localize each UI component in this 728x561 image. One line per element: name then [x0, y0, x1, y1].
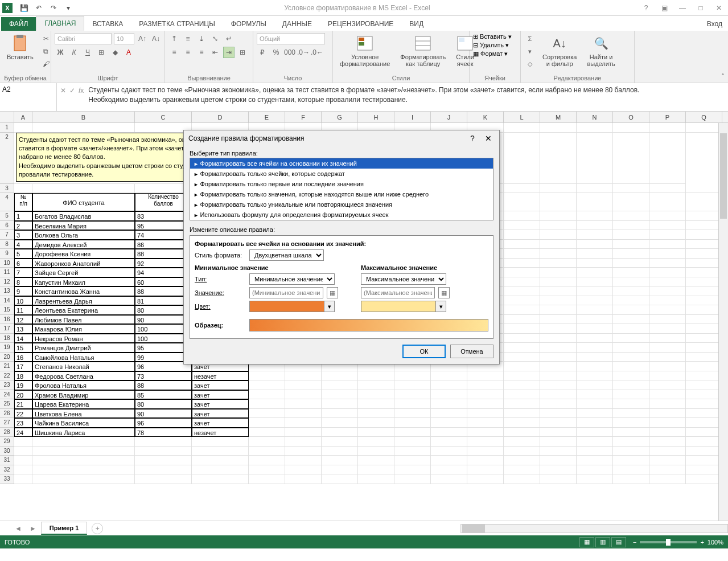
cell[interactable]: Зайцев Сергей — [32, 268, 135, 277]
row-header[interactable]: 26 — [0, 409, 14, 419]
cell[interactable]: Жаворонков Анатолий — [32, 259, 135, 268]
row-header[interactable]: 12 — [0, 277, 14, 287]
cell[interactable]: 3 — [14, 230, 32, 240]
currency-icon[interactable]: ₽ — [257, 47, 268, 58]
row-header[interactable]: 29 — [0, 437, 14, 447]
column-header[interactable]: Q — [686, 112, 722, 122]
cell[interactable] — [14, 474, 32, 484]
row-header[interactable]: 30 — [0, 447, 14, 456]
column-header[interactable]: M — [540, 112, 577, 122]
row-header[interactable]: 1 — [0, 123, 14, 133]
format-style-select[interactable]: Двухцветная шкала — [249, 249, 324, 261]
help-icon[interactable]: ? — [639, 4, 653, 12]
sheet-nav-prev-icon[interactable]: ◄ — [11, 525, 25, 533]
cell[interactable]: Леонтьева Екатерина — [32, 305, 135, 315]
cell[interactable] — [192, 474, 249, 484]
cell[interactable]: Цветкова Елена — [32, 409, 135, 419]
decrease-font-icon[interactable]: A↓ — [150, 33, 162, 44]
row-header[interactable]: 17 — [0, 324, 14, 334]
row-header[interactable]: 19 — [0, 343, 14, 353]
align-top-icon[interactable]: ⤒ — [168, 33, 180, 44]
conditional-formatting-button[interactable]: Условное форматирование — [336, 33, 393, 68]
column-header[interactable]: J — [431, 112, 467, 122]
font-color-icon[interactable]: A — [123, 47, 134, 58]
align-bottom-icon[interactable]: ⤓ — [196, 33, 207, 44]
row-header[interactable]: 10 — [0, 259, 14, 268]
add-sheet-button[interactable]: + — [92, 523, 103, 534]
align-left-icon[interactable]: ≡ — [168, 47, 180, 58]
cell[interactable]: 23 — [14, 418, 32, 428]
cell[interactable]: Богатов Владислав — [32, 211, 135, 221]
decrease-indent-icon[interactable]: ⇤ — [209, 47, 221, 58]
cell[interactable] — [32, 447, 135, 456]
tab-вид[interactable]: ВИД — [401, 17, 431, 31]
cell[interactable] — [192, 456, 249, 465]
max-type-select[interactable]: Максимальное значение — [361, 273, 446, 285]
max-color-picker[interactable]: ▾ — [361, 301, 446, 312]
column-header[interactable]: E — [249, 112, 285, 122]
find-select-button[interactable]: 🔍Найти и выделить — [583, 33, 618, 68]
fill-color-icon[interactable]: ◆ — [109, 47, 121, 58]
align-right-icon[interactable]: ≡ — [196, 47, 207, 58]
cell[interactable] — [14, 123, 32, 133]
cell[interactable]: 21 — [14, 399, 32, 409]
cell[interactable]: 80 — [135, 399, 192, 409]
insert-cells-button[interactable]: ⊞ Вставить ▾ — [473, 33, 512, 40]
cell[interactable]: 24 — [14, 428, 32, 437]
cell[interactable] — [32, 465, 135, 475]
dialog-help-icon[interactable]: ? — [466, 134, 479, 143]
cell[interactable]: незачет — [192, 371, 249, 381]
row-header[interactable]: 32 — [0, 465, 14, 475]
cell[interactable] — [14, 437, 32, 447]
cell[interactable]: Любимов Павел — [32, 315, 135, 325]
cell[interactable]: 17 — [14, 362, 32, 371]
cell[interactable]: 9 — [14, 286, 32, 296]
column-header[interactable]: A — [14, 112, 32, 122]
cell[interactable]: Романцов Дмитрий — [32, 343, 135, 353]
cell[interactable]: Царева Екатерина — [32, 399, 135, 409]
cell[interactable]: 4 — [14, 240, 32, 249]
column-header[interactable]: O — [613, 112, 649, 122]
sheet-nav-next-icon[interactable]: ► — [26, 525, 40, 533]
cell[interactable]: 96 — [135, 418, 192, 428]
sheet-tab[interactable]: Пример 1 — [41, 522, 88, 535]
paste-button[interactable]: Вставить — [3, 33, 37, 62]
format-painter-icon[interactable]: 🖌 — [40, 58, 52, 69]
zoom-level[interactable]: 100% — [708, 539, 723, 546]
fx-icon[interactable]: fx — [79, 87, 84, 95]
bold-icon[interactable]: Ж — [55, 47, 66, 58]
login-link[interactable]: Вход — [701, 17, 728, 31]
cell[interactable]: 20 — [14, 390, 32, 400]
cell[interactable] — [135, 447, 192, 456]
row-header[interactable]: 31 — [0, 456, 14, 465]
cell[interactable]: Макарова Юлия — [32, 324, 135, 334]
rule-type-item[interactable]: Форматировать только ячейки, которые сод… — [190, 169, 493, 179]
ok-button[interactable]: ОК — [402, 345, 446, 358]
cell[interactable] — [14, 447, 32, 456]
column-header[interactable]: K — [467, 112, 504, 122]
rule-type-list[interactable]: Форматировать все ячейки на основании их… — [190, 158, 493, 220]
tab-рецензирование[interactable]: РЕЦЕНЗИРОВАНИЕ — [320, 17, 401, 31]
save-icon[interactable]: 💾 — [17, 2, 31, 14]
align-center-icon[interactable]: ≡ — [182, 47, 194, 58]
number-format-combo[interactable]: Общий — [257, 33, 325, 44]
cell[interactable]: зачет — [192, 380, 249, 390]
sort-filter-button[interactable]: A↓Сортировка и фильтр — [539, 33, 580, 68]
copy-icon[interactable]: ⧉ — [40, 46, 52, 57]
cell[interactable] — [32, 184, 135, 194]
percent-icon[interactable]: % — [270, 47, 282, 58]
autosum-icon[interactable]: Σ — [524, 33, 536, 44]
cell[interactable]: 6 — [14, 259, 32, 268]
cell[interactable]: Дорофеева Ксения — [32, 249, 135, 259]
cell[interactable]: 1 — [14, 211, 32, 221]
underline-icon[interactable]: Ч — [82, 47, 93, 58]
cell[interactable] — [135, 456, 192, 465]
cell[interactable] — [135, 474, 192, 484]
column-header[interactable]: G — [322, 112, 358, 122]
cell[interactable]: Волкова Ольга — [32, 230, 135, 240]
rule-type-item[interactable]: Форматировать только значения, которые н… — [190, 189, 493, 199]
max-value-ref-icon[interactable]: ▦ — [438, 287, 450, 298]
cell[interactable] — [32, 474, 135, 484]
decrease-decimal-icon[interactable]: .0← — [311, 47, 323, 58]
cell[interactable]: 13 — [14, 324, 32, 334]
